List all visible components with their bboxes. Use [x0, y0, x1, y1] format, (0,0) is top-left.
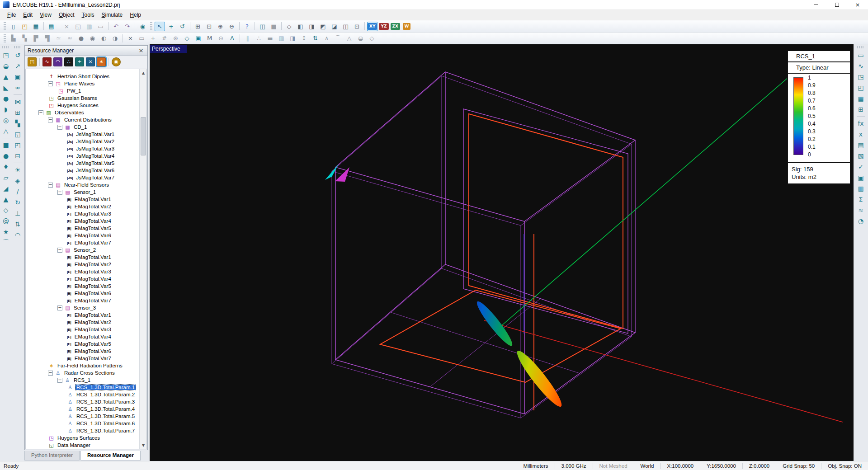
- maximize-button[interactable]: [826, 0, 847, 10]
- fit-vertical-button[interactable]: ↕: [299, 33, 309, 43]
- tree-item-emagtotal-var3[interactable]: |E|EMagTotal.Var3: [26, 210, 139, 217]
- revolve-button[interactable]: ↻: [13, 197, 23, 208]
- scroll-up-icon[interactable]: ▲: [140, 69, 147, 76]
- toggle-panels-button[interactable]: ◫: [257, 22, 268, 31]
- arch-surface-button[interactable]: ◠: [13, 230, 23, 240]
- tree-item-emagtotal-var2[interactable]: |E|EMagTotal.Var2: [26, 203, 139, 210]
- module-selector-button[interactable]: ◉: [112, 57, 121, 66]
- swap-order-button[interactable]: ⇅: [13, 219, 23, 230]
- link-objects-button[interactable]: ∞: [13, 82, 23, 93]
- tree-expand-toggle[interactable]: −: [48, 183, 53, 188]
- tree-expand-toggle[interactable]: −: [57, 125, 62, 130]
- render-mode-button[interactable]: ■: [269, 22, 279, 31]
- scene-canvas[interactable]: [150, 44, 854, 461]
- arc-tool-button[interactable]: ⌒: [333, 33, 343, 43]
- plane-w-button[interactable]: W: [401, 22, 412, 31]
- menu-tools[interactable]: Tools: [78, 10, 98, 19]
- move-object-button[interactable]: ↗: [13, 61, 23, 71]
- tree-item-emagtotal-var6[interactable]: |E|EMagTotal.Var6: [26, 232, 139, 239]
- tree-item-far-field-radiation-patterns[interactable]: ∗Far-Field Radiation Patterns: [26, 362, 139, 369]
- redo-button[interactable]: ↷: [122, 22, 132, 31]
- toolbar-grip[interactable]: [4, 34, 6, 42]
- view-top-button[interactable]: ◫: [340, 22, 351, 31]
- tree-item-jsmagtotal-var3[interactable]: |Js|JsMagTotal.Var3: [26, 145, 139, 152]
- edit-document-button[interactable]: ▧: [856, 150, 866, 161]
- illumination-button[interactable]: ☀: [13, 164, 23, 175]
- box-3d-button[interactable]: ◳: [856, 71, 866, 82]
- module-illumina-button[interactable]: ∗: [97, 57, 106, 66]
- tree-item-rcs-1-3d-total-param-5[interactable]: ♙RCS_1.3D.Total.Param.5: [26, 413, 139, 420]
- viewport-3d[interactable]: Perspective RCS_1 Type: Linear 10.90.80.…: [150, 44, 854, 461]
- toolbar-grip[interactable]: [857, 46, 864, 48]
- tree-item-emagtotal-var6[interactable]: |E|EMagTotal.Var6: [26, 290, 139, 297]
- tree-item-sensor-2[interactable]: −▤Sensor_2: [26, 246, 139, 254]
- half-shade-button[interactable]: ◨: [288, 33, 298, 43]
- tree-item-data-manager[interactable]: ◱Data Manager: [26, 442, 139, 449]
- minimize-button[interactable]: [806, 0, 826, 10]
- node-ring-button[interactable]: ◉: [87, 33, 98, 43]
- pen-edit-button[interactable]: ∕: [13, 186, 23, 197]
- draw-rectangle-button[interactable]: ■: [1, 140, 11, 150]
- draw-curve-button[interactable]: ⌒: [1, 237, 11, 248]
- tree-item-jsmagtotal-var1[interactable]: |Js|JsMagTotal.Var1: [26, 131, 139, 138]
- mesh-view-button[interactable]: ▥: [276, 33, 287, 43]
- zoom-window-button[interactable]: ⊞: [193, 22, 203, 31]
- plane-xy-button[interactable]: XY: [367, 22, 377, 31]
- cut-button[interactable]: ×: [61, 22, 72, 31]
- zoom-in-button[interactable]: ⊕: [215, 22, 226, 31]
- angle-button[interactable]: ∧: [321, 33, 332, 43]
- view-isometric-button[interactable]: ◇: [284, 22, 294, 31]
- checker-pattern-button[interactable]: ▚: [13, 118, 23, 129]
- select-tool-button[interactable]: ↖: [155, 22, 165, 31]
- tree-item-near-field-sensors[interactable]: −▤Near-Field Sensors: [26, 181, 139, 188]
- draw-ellipsoid-button[interactable]: ◗: [1, 104, 11, 115]
- module-tempo-button[interactable]: ∿: [42, 57, 52, 66]
- toolbar-grip[interactable]: [14, 46, 21, 48]
- toolbar-grip[interactable]: [4, 22, 6, 30]
- panel-header[interactable]: Resource Manager ×: [25, 46, 147, 56]
- draw-circle-button[interactable]: ●: [1, 150, 11, 161]
- tree-item-jsmagtotal-var5[interactable]: |Js|JsMagTotal.Var5: [26, 160, 139, 167]
- paste-button[interactable]: ▥: [84, 22, 94, 31]
- status-grid-snap[interactable]: Grid Snap: 50: [776, 463, 821, 469]
- undo-button[interactable]: ↶: [111, 22, 121, 31]
- tree-item-emagtotal-var4[interactable]: |E|EMagTotal.Var4: [26, 333, 139, 340]
- parallel-lines-button[interactable]: ∥: [242, 33, 253, 43]
- toolbar-grip[interactable]: [2, 46, 9, 48]
- material-button[interactable]: M: [204, 33, 215, 43]
- sweep-button[interactable]: ▜: [42, 33, 52, 43]
- tree-item-current-distributions[interactable]: −▦Current Distributions: [26, 116, 139, 123]
- tree-item-rcs-1-3d-total-param-1[interactable]: ♙RCS_1.3D.Total.Param.1: [26, 384, 139, 391]
- tree-item-emagtotal-var5[interactable]: |E|EMagTotal.Var5: [26, 225, 139, 232]
- thick-bar-button[interactable]: ▬: [265, 33, 275, 43]
- mesh-grid-button[interactable]: ▦: [856, 93, 866, 104]
- delete-button[interactable]: ▭: [95, 22, 106, 31]
- ruler-measure-button[interactable]: ▭: [856, 50, 866, 61]
- dome-tool-button[interactable]: ◒: [355, 33, 366, 43]
- new-project-button[interactable]: ▯: [8, 22, 19, 31]
- sum-results-button[interactable]: Σ: [856, 194, 866, 205]
- tree-item-emagtotal-var2[interactable]: |E|EMagTotal.Var2: [26, 261, 139, 268]
- tree-item-emagtotal-var1[interactable]: |E|EMagTotal.Var1: [26, 254, 139, 261]
- pie-chart-button[interactable]: ◔: [856, 216, 866, 226]
- tree-item-rcs-1-3d-total-param-6[interactable]: ♙RCS_1.3D.Total.Param.6: [26, 420, 139, 427]
- swap-vertical-button[interactable]: ⇅: [310, 33, 321, 43]
- tree-item-jsmagtotal-var2[interactable]: |Js|JsMagTotal.Var2: [26, 138, 139, 145]
- zoom-extents-button[interactable]: ⊡: [204, 22, 214, 31]
- module-libera-button[interactable]: ∴: [64, 57, 73, 66]
- menu-simulate[interactable]: Simulate: [98, 10, 127, 19]
- tree-item-emagtotal-var3[interactable]: |E|EMagTotal.Var3: [26, 326, 139, 333]
- close-button[interactable]: ×: [847, 0, 868, 10]
- draw-ellipse-button[interactable]: ▱: [1, 172, 11, 183]
- polyhedron-tool-button[interactable]: ◇: [367, 33, 377, 43]
- view-front-button[interactable]: ◧: [295, 22, 306, 31]
- mirror-object-button[interactable]: ⋈: [13, 96, 23, 107]
- tree-item-emagtotal-var1[interactable]: |E|EMagTotal.Var1: [26, 311, 139, 319]
- module-terrano-button[interactable]: +: [75, 57, 84, 66]
- menu-edit[interactable]: Edit: [19, 10, 36, 19]
- zoom-out-button[interactable]: ⊖: [226, 22, 237, 31]
- extrude-checker-button[interactable]: ▚: [19, 33, 30, 43]
- tree-item-rcs-1-3d-total-param-3[interactable]: ♙RCS_1.3D.Total.Param.3: [26, 398, 139, 405]
- tree-expand-toggle[interactable]: −: [57, 248, 62, 253]
- snap-target-button[interactable]: ⊛: [170, 33, 181, 43]
